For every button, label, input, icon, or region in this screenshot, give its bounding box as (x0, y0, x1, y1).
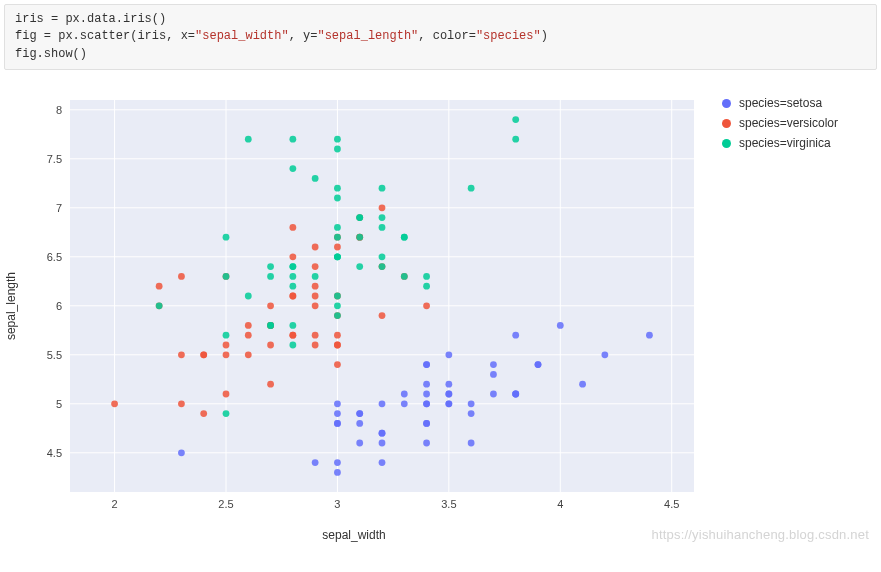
svg-point-162 (289, 273, 296, 280)
svg-point-160 (512, 116, 519, 123)
svg-text:3.5: 3.5 (441, 498, 456, 510)
svg-point-98 (223, 342, 230, 349)
svg-point-72 (445, 401, 452, 408)
chart-container: sepal_length 22.533.544.54.555.566.577.5… (0, 80, 881, 548)
legend-item-virginica[interactable]: species=virginica (722, 136, 838, 150)
svg-text:8: 8 (56, 104, 62, 116)
svg-point-52 (401, 391, 408, 398)
svg-point-148 (156, 303, 163, 310)
code-cell: iris = px.data.iris() fig = px.scatter(i… (4, 4, 877, 70)
svg-point-154 (379, 185, 386, 192)
svg-point-138 (468, 185, 475, 192)
svg-point-169 (356, 234, 363, 241)
svg-point-53 (423, 420, 430, 427)
svg-point-74 (334, 420, 341, 427)
svg-point-37 (312, 459, 319, 466)
code-line-2-b: , y= (289, 29, 318, 43)
svg-point-122 (178, 401, 185, 408)
svg-point-119 (245, 352, 252, 359)
svg-point-59 (356, 420, 363, 427)
svg-point-135 (223, 410, 230, 417)
svg-point-149 (379, 214, 386, 221)
svg-point-89 (111, 401, 118, 408)
svg-point-51 (468, 440, 475, 447)
legend-item-versicolor[interactable]: species=versicolor (722, 116, 838, 130)
svg-point-60 (423, 361, 430, 368)
svg-point-128 (289, 332, 296, 339)
svg-point-63 (356, 410, 363, 417)
svg-point-35 (423, 440, 430, 447)
legend-label: species=versicolor (739, 116, 838, 130)
code-line-2-d: ) (541, 29, 548, 43)
svg-point-45 (535, 361, 542, 368)
svg-point-146 (512, 136, 519, 143)
svg-point-97 (156, 283, 163, 290)
svg-point-108 (245, 332, 252, 339)
svg-point-141 (334, 224, 341, 231)
x-axis-title: sepal_width (322, 528, 385, 542)
svg-point-129 (401, 273, 408, 280)
svg-point-132 (312, 273, 319, 280)
svg-point-104 (334, 244, 341, 251)
svg-text:7: 7 (56, 202, 62, 214)
svg-point-47 (512, 332, 519, 339)
svg-point-112 (267, 303, 274, 310)
svg-point-150 (289, 342, 296, 349)
legend-label: species=virginica (739, 136, 831, 150)
svg-point-76 (379, 440, 386, 447)
svg-point-178 (334, 312, 341, 319)
svg-point-143 (289, 322, 296, 329)
svg-point-139 (379, 254, 386, 261)
code-line-2-str2: "sepal_length" (317, 29, 418, 43)
svg-point-151 (289, 136, 296, 143)
svg-point-144 (379, 263, 386, 270)
code-line-2-c: , color= (418, 29, 476, 43)
svg-point-71 (379, 459, 386, 466)
svg-point-83 (289, 254, 296, 261)
svg-point-117 (334, 342, 341, 349)
svg-point-177 (423, 283, 430, 290)
svg-point-172 (379, 224, 386, 231)
svg-text:7.5: 7.5 (47, 153, 62, 165)
svg-point-105 (289, 224, 296, 231)
code-line-2-a: fig = px.scatter(iris, x= (15, 29, 195, 43)
svg-point-156 (334, 293, 341, 300)
svg-point-170 (356, 214, 363, 221)
svg-point-43 (557, 322, 564, 329)
svg-point-93 (312, 342, 319, 349)
svg-point-65 (445, 352, 452, 359)
code-line-2-str1: "sepal_width" (195, 29, 289, 43)
svg-point-77 (490, 371, 497, 378)
svg-point-88 (267, 381, 274, 388)
svg-point-155 (289, 283, 296, 290)
legend-item-setosa[interactable]: species=setosa (722, 96, 838, 110)
svg-point-152 (267, 273, 274, 280)
svg-point-79 (379, 205, 386, 212)
svg-point-164 (334, 136, 341, 143)
svg-point-114 (423, 303, 430, 310)
legend: species=setosa species=versicolor specie… (722, 96, 838, 542)
svg-point-142 (223, 332, 230, 339)
svg-point-87 (312, 244, 319, 251)
svg-point-57 (423, 381, 430, 388)
svg-point-123 (267, 342, 274, 349)
svg-point-55 (423, 401, 430, 408)
svg-point-127 (223, 391, 230, 398)
svg-point-161 (289, 263, 296, 270)
scatter-plot[interactable]: 22.533.544.54.555.566.577.58 (24, 86, 704, 526)
svg-point-166 (356, 263, 363, 270)
svg-text:4.5: 4.5 (664, 498, 679, 510)
svg-point-32 (356, 440, 363, 447)
svg-point-54 (334, 401, 341, 408)
svg-point-137 (223, 234, 230, 241)
svg-point-147 (245, 136, 252, 143)
svg-point-75 (512, 391, 519, 398)
svg-point-86 (200, 410, 207, 417)
svg-point-173 (401, 234, 408, 241)
svg-point-66 (468, 410, 475, 417)
svg-point-58 (379, 430, 386, 437)
svg-point-140 (267, 263, 274, 270)
svg-point-131 (334, 195, 341, 202)
code-line-1: iris = px.data.iris() (15, 12, 166, 26)
svg-point-118 (223, 352, 230, 359)
